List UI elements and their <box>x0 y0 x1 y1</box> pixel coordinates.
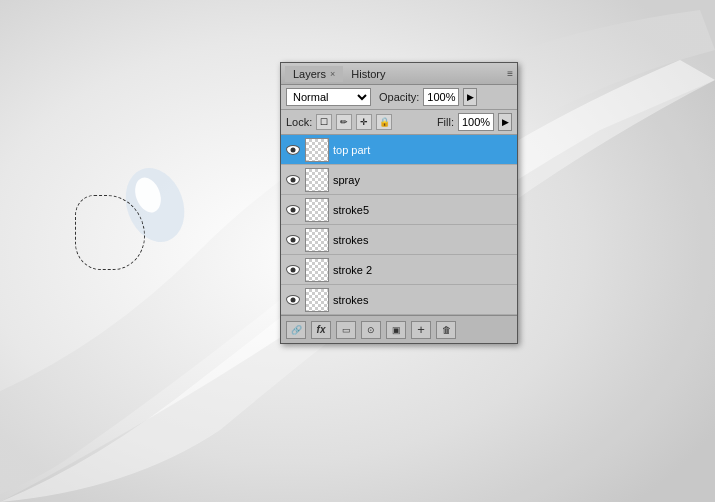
layer-visibility-eye[interactable] <box>285 142 301 158</box>
lock-position-btn[interactable]: ✛ <box>356 114 372 130</box>
layer-thumbnail <box>305 168 329 192</box>
fill-arrow-btn[interactable]: ▶ <box>498 113 512 131</box>
opacity-label: Opacity: <box>379 91 419 103</box>
layer-name-label: stroke5 <box>333 204 513 216</box>
layer-visibility-eye[interactable] <box>285 172 301 188</box>
add-mask-btn[interactable]: ▭ <box>336 321 356 339</box>
eye-icon <box>286 205 300 215</box>
new-layer-btn[interactable]: + <box>411 321 431 339</box>
layer-thumbnail <box>305 228 329 252</box>
layer-item[interactable]: stroke5 <box>281 195 517 225</box>
layer-name-label: stroke 2 <box>333 264 513 276</box>
lock-all-btn[interactable]: 🔒 <box>376 114 392 130</box>
layer-thumbnail <box>305 258 329 282</box>
layer-item[interactable]: spray <box>281 165 517 195</box>
layer-visibility-eye[interactable] <box>285 292 301 308</box>
blend-mode-select[interactable]: Normal <box>286 88 371 106</box>
panel-menu-icon[interactable]: ≡ <box>507 68 513 79</box>
lock-transparent-btn[interactable]: ☐ <box>316 114 332 130</box>
layer-item[interactable]: stroke 2 <box>281 255 517 285</box>
layer-name-label: strokes <box>333 294 513 306</box>
lock-fill-row: Lock: ☐ ✏ ✛ 🔒 Fill: ▶ <box>281 110 517 135</box>
tab-layers-close[interactable]: × <box>330 69 335 79</box>
layer-name-label: strokes <box>333 234 513 246</box>
layers-panel: Layers × History ≡ Normal Opacity: ▶ Loc… <box>280 62 518 344</box>
fill-input[interactable] <box>458 113 494 131</box>
tab-layers[interactable]: Layers × <box>285 66 343 82</box>
opacity-input[interactable] <box>423 88 459 106</box>
eye-icon <box>286 265 300 275</box>
layer-item[interactable]: strokes <box>281 225 517 255</box>
opacity-arrow-btn[interactable]: ▶ <box>463 88 477 106</box>
layer-name-label: spray <box>333 174 513 186</box>
panel-titlebar: Layers × History ≡ <box>281 63 517 85</box>
blend-opacity-row: Normal Opacity: ▶ <box>281 85 517 110</box>
layer-visibility-eye[interactable] <box>285 202 301 218</box>
eye-icon <box>286 235 300 245</box>
group-btn[interactable]: ▣ <box>386 321 406 339</box>
lock-image-btn[interactable]: ✏ <box>336 114 352 130</box>
layer-thumbnail <box>305 288 329 312</box>
layer-item[interactable]: strokes <box>281 285 517 315</box>
layer-thumbnail <box>305 198 329 222</box>
adjustment-btn[interactable]: ⊙ <box>361 321 381 339</box>
panel-bottom-toolbar: 🔗 fx ▭ ⊙ ▣ + 🗑 <box>281 315 517 343</box>
layers-list[interactable]: top partspraystroke5strokesstroke 2strok… <box>281 135 517 315</box>
eye-icon <box>286 175 300 185</box>
delete-layer-btn[interactable]: 🗑 <box>436 321 456 339</box>
tab-history[interactable]: History <box>343 66 393 82</box>
tab-history-label: History <box>351 68 385 80</box>
fx-btn[interactable]: fx <box>311 321 331 339</box>
layer-item[interactable]: top part <box>281 135 517 165</box>
link-layers-btn[interactable]: 🔗 <box>286 321 306 339</box>
fill-label: Fill: <box>437 116 454 128</box>
layer-thumbnail <box>305 138 329 162</box>
layer-visibility-eye[interactable] <box>285 262 301 278</box>
layer-name-label: top part <box>333 144 513 156</box>
tab-layers-label: Layers <box>293 68 326 80</box>
eye-icon <box>286 295 300 305</box>
eye-icon <box>286 145 300 155</box>
lock-label: Lock: <box>286 116 312 128</box>
layer-visibility-eye[interactable] <box>285 232 301 248</box>
